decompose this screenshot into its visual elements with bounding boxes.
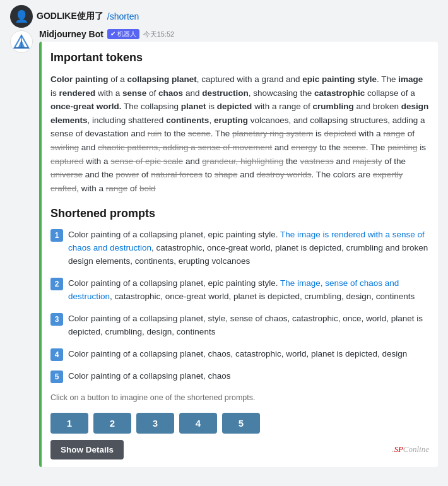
prompt-item-2: 2 Color painting of a collapsing planet,… <box>50 277 429 304</box>
user-command: /shorten <box>107 11 139 21</box>
prompt-button-5[interactable]: 5 <box>222 413 260 434</box>
bot-name: Midjourney Bot <box>39 29 103 39</box>
button-row: 1 2 3 4 5 <box>50 413 429 434</box>
bot-avatar <box>10 30 33 53</box>
prompt-text-5: Color painting of a collapsing planet, c… <box>68 370 230 383</box>
message-content: Important tokens Color painting of a col… <box>39 42 438 467</box>
show-details-button[interactable]: Show Details <box>50 440 124 459</box>
bot-avatar-icon <box>13 33 30 50</box>
bottom-bar: Show Details .SPConline <box>50 440 429 459</box>
prompt-button-2[interactable]: 2 <box>93 413 131 434</box>
user-avatar-icon: 👤 <box>15 9 28 23</box>
prompt-number-4: 4 <box>50 348 63 361</box>
chat-wrapper: 👤 GODLIKE使用了 /shorten Midjourney Bot ✔ 机… <box>0 0 448 486</box>
bot-content-area: Midjourney Bot ✔ 机器人 今天15:52 Important t… <box>39 29 438 467</box>
prompt-number-3: 3 <box>50 313 63 326</box>
prompt-number-2: 2 <box>50 278 63 290</box>
username: GODLIKE使用了 <box>37 11 103 22</box>
prompt-button-1[interactable]: 1 <box>50 413 88 434</box>
prompt-text-4: Color painting of a collapsing planet, c… <box>68 348 407 361</box>
prompt-number-5: 5 <box>50 370 63 383</box>
prompt-button-3[interactable]: 3 <box>136 413 174 434</box>
prompt-text-2: Color painting of a collapsing planet, e… <box>68 277 429 304</box>
prompt-text-3: Color painting of a collapsing planet, s… <box>68 312 429 339</box>
prompt-item-5: 5 Color painting of a collapsing planet,… <box>50 370 429 383</box>
watermark: .SPConline <box>392 443 429 456</box>
prompt-number-1: 1 <box>50 229 63 242</box>
prompt-item-1: 1 Color painting of a collapsing planet,… <box>50 228 429 268</box>
prompt-item-3: 3 Color painting of a collapsing planet,… <box>50 312 429 339</box>
bot-name-row: Midjourney Bot ✔ 机器人 今天15:52 <box>39 29 438 39</box>
important-tokens-title: Important tokens <box>50 49 429 66</box>
bot-time: 今天15:52 <box>143 30 175 39</box>
prompt-item-4: 4 Color painting of a collapsing planet,… <box>50 348 429 361</box>
bot-badge: ✔ 机器人 <box>107 29 139 39</box>
shortened-prompts-title: Shortened prompts <box>50 205 429 222</box>
user-row: 👤 GODLIKE使用了 /shorten <box>10 5 438 28</box>
click-hint: Click on a button to imagine one of the … <box>50 392 429 404</box>
prompt-button-4[interactable]: 4 <box>179 413 217 434</box>
prompt-text-1: Color painting of a collapsing planet, e… <box>68 228 429 268</box>
important-tokens-body: Color painting of a collapsing planet, c… <box>50 73 429 195</box>
bot-row: Midjourney Bot ✔ 机器人 今天15:52 Important t… <box>10 29 438 467</box>
user-avatar: 👤 <box>10 5 33 28</box>
